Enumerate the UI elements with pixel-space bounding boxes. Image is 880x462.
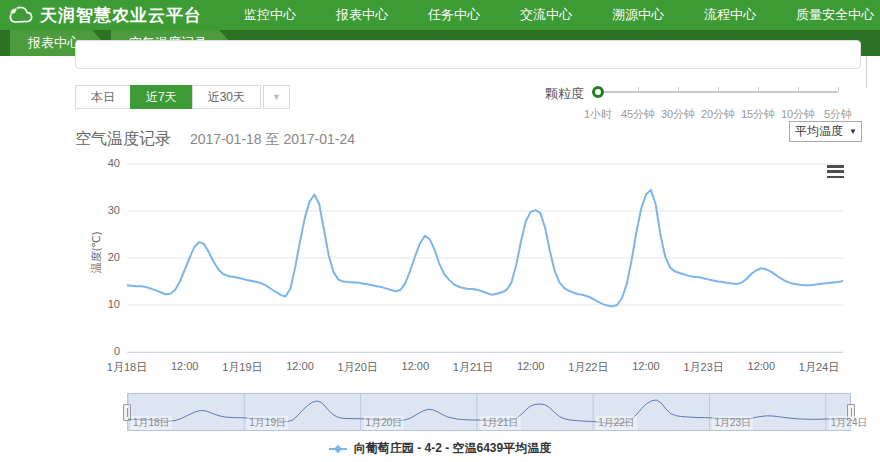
date-range-button-group: 本日近7天近30天 ▼	[75, 85, 290, 109]
slider-tick	[638, 87, 639, 92]
date-range-text: 2017-01-18 至 2017-01-24	[190, 131, 355, 149]
chart-plot-area	[127, 160, 843, 356]
x-tick-label: 1月22日	[568, 360, 608, 375]
granularity-slider-track[interactable]: 1小时45分钟30分钟20分钟15分钟10分钟5分钟	[598, 91, 838, 93]
x-tick-label: 12:00	[517, 360, 545, 372]
chart-legend: 向葡萄庄园 - 4-2 - 空温6439平均温度	[0, 440, 880, 457]
y-tick-label: 30	[86, 204, 120, 216]
granularity-slider-handle[interactable]	[592, 86, 604, 98]
range-button-0[interactable]: 本日	[75, 85, 131, 109]
navigator-tick-label: 1月18日	[131, 416, 172, 430]
metric-select[interactable]: 平均温度 ▼	[789, 121, 862, 142]
collapsed-filter-panel	[75, 40, 861, 69]
slider-label-3: 20分钟	[701, 107, 735, 122]
slider-label-5: 10分钟	[781, 107, 815, 122]
slider-label-1: 45分钟	[621, 107, 655, 122]
chevron-down-icon: ▼	[849, 127, 857, 136]
app-title: 天润智慧农业云平台	[40, 4, 202, 27]
y-tick-label: 0	[86, 345, 120, 357]
slider-tick	[678, 87, 679, 92]
range-button-2[interactable]: 近30天	[192, 85, 261, 109]
y-tick-label: 10	[86, 298, 120, 310]
x-tick-label: 1月19日	[222, 360, 262, 375]
slider-label-6: 5分钟	[824, 107, 852, 122]
temperature-chart: 温度(℃) 0102030401月18日12:001月19日12:001月20日…	[0, 155, 880, 385]
navigator-tick-label: 1月23日	[712, 416, 753, 430]
app-logo[interactable]: 天润智慧农业云平台	[0, 4, 202, 27]
nav-item-0[interactable]: 监控中心	[224, 0, 316, 30]
page: 天润智慧农业云平台 监控中心报表中心任务中心交流中心溯源中心流程中心质量安全中心…	[0, 0, 880, 462]
nav-item-3[interactable]: 交流中心	[500, 0, 592, 30]
navigator-tick-label: 1月21日	[480, 416, 521, 430]
x-tick-label: 1月21日	[453, 360, 493, 375]
navigator-tick-label: 1月20日	[364, 416, 405, 430]
range-button-1[interactable]: 近7天	[130, 85, 193, 109]
cloud-leaf-logo-icon	[8, 6, 34, 24]
x-tick-label: 1月20日	[337, 360, 377, 375]
nav-item-5[interactable]: 流程中心	[684, 0, 776, 30]
x-tick-label: 12:00	[632, 360, 660, 372]
slider-tick	[838, 87, 839, 92]
metric-select-value: 平均温度	[795, 123, 843, 140]
nav-item-4[interactable]: 溯源中心	[592, 0, 684, 30]
x-tick-label: 1月18日	[107, 360, 147, 375]
legend-item[interactable]: 向葡萄庄园 - 4-2 - 空温6439平均温度	[329, 440, 551, 457]
x-tick-label: 12:00	[402, 360, 430, 372]
granularity-control: 颗粒度 1小时45分钟30分钟20分钟15分钟10分钟5分钟	[545, 82, 865, 112]
navigator-tick-label: 1月22日	[596, 416, 637, 430]
slider-label-4: 15分钟	[741, 107, 775, 122]
nav-item-1[interactable]: 报表中心	[316, 0, 408, 30]
chevron-down-icon: ▼	[272, 92, 281, 102]
navigator-tick-label: 1月24日	[829, 416, 870, 430]
slider-tick	[798, 87, 799, 92]
chart-navigator[interactable]: 1月18日1月19日1月20日1月21日1月22日1月23日1月24日	[127, 393, 851, 431]
x-tick-label: 1月23日	[683, 360, 723, 375]
nav-item-2[interactable]: 任务中心	[408, 0, 500, 30]
slider-tick	[758, 87, 759, 92]
x-tick-label: 12:00	[286, 360, 314, 372]
main-nav: 监控中心报表中心任务中心交流中心溯源中心流程中心质量安全中心农情资讯中心	[224, 0, 880, 30]
y-tick-label: 40	[86, 157, 120, 169]
x-tick-label: 1月24日	[799, 360, 839, 375]
series-name: 向葡萄庄园 - 4-2 - 空温6439平均温度	[354, 440, 551, 457]
range-dropdown-button[interactable]: ▼	[263, 85, 290, 109]
nav-item-6[interactable]: 质量安全中心	[776, 0, 880, 30]
page-title: 空气温度记录	[75, 129, 171, 150]
top-header-bar: 天润智慧农业云平台 监控中心报表中心任务中心交流中心溯源中心流程中心质量安全中心…	[0, 0, 880, 30]
scrollbar-hint	[866, 56, 867, 88]
x-tick-label: 12:00	[171, 360, 199, 372]
slider-tick	[718, 87, 719, 92]
navigator-tick-label: 1月19日	[247, 416, 288, 430]
y-tick-label: 20	[86, 251, 120, 263]
slider-label-0: 1小时	[584, 107, 612, 122]
granularity-label: 颗粒度	[545, 85, 584, 103]
x-tick-label: 12:00	[748, 360, 776, 372]
slider-label-2: 30分钟	[661, 107, 695, 122]
series-marker-icon	[329, 444, 347, 454]
